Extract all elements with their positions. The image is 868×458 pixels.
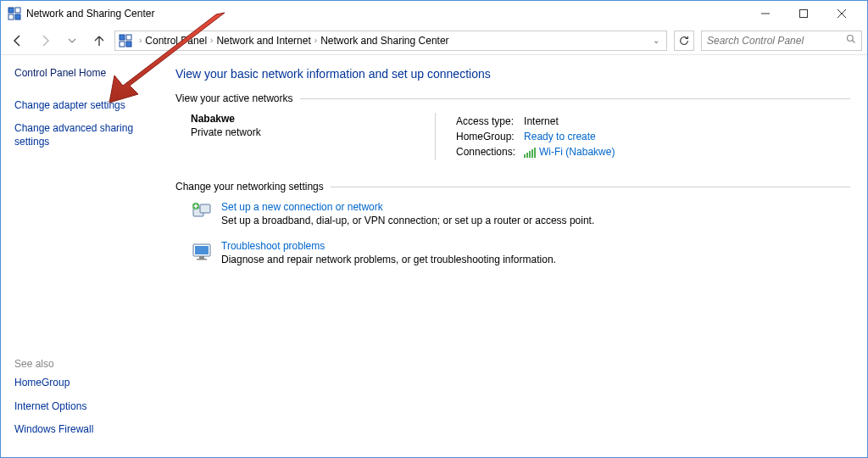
homegroup-link[interactable]: HomeGroup <box>14 377 157 390</box>
breadcrumb-item[interactable]: Control Panel <box>145 35 207 47</box>
network-details: Access type: Internet HomeGroup: Ready t… <box>451 113 620 160</box>
active-network-row: Nabakwe Private network Access type: Int… <box>191 113 850 160</box>
svg-rect-24 <box>199 256 204 259</box>
forward-button[interactable] <box>33 29 57 53</box>
svg-line-13 <box>853 41 855 43</box>
chevron-right-icon: › <box>139 36 142 45</box>
new-connection-link[interactable]: Set up a new connection or network <box>221 201 594 213</box>
refresh-button[interactable] <box>674 31 694 51</box>
connections-label: Connections: <box>453 145 519 159</box>
breadcrumb[interactable]: › Control Panel › Network and Internet ›… <box>114 31 667 51</box>
breadcrumb-item[interactable]: Network and Internet <box>216 35 310 47</box>
network-sharing-icon <box>119 34 132 47</box>
change-settings-label: Change your networking settings <box>175 181 324 193</box>
internet-options-link[interactable]: Internet Options <box>14 400 157 414</box>
svg-rect-16 <box>529 151 531 158</box>
new-connection-desc: Set up a broadband, dial-up, or VPN conn… <box>221 215 594 226</box>
wifi-icon <box>524 148 536 158</box>
back-button[interactable] <box>6 29 30 53</box>
chevron-right-icon: › <box>314 36 317 45</box>
svg-rect-1 <box>15 8 20 13</box>
troubleshoot-desc: Diagnose and repair network problems, or… <box>221 254 556 265</box>
divider <box>435 113 436 160</box>
svg-rect-2 <box>8 14 14 20</box>
svg-rect-15 <box>526 153 528 158</box>
svg-rect-18 <box>534 148 536 158</box>
connection-link[interactable]: Wi-Fi (Nabakwe) <box>539 146 615 158</box>
active-networks-label: View your active networks <box>175 92 293 104</box>
homegroup-link[interactable]: Ready to create <box>524 131 596 142</box>
divider <box>331 187 850 187</box>
svg-rect-8 <box>120 35 125 40</box>
new-connection-icon <box>191 201 213 223</box>
svg-rect-9 <box>126 35 131 40</box>
svg-point-12 <box>848 36 854 42</box>
search-icon <box>846 34 856 47</box>
active-networks-header: View your active networks <box>175 92 850 104</box>
control-panel-home-link[interactable]: Control Panel Home <box>14 67 157 81</box>
divider <box>300 98 850 99</box>
windows-firewall-link[interactable]: Windows Firewall <box>14 423 157 437</box>
troubleshoot-icon <box>191 240 213 262</box>
access-type-label: Access type: <box>453 114 519 128</box>
network-sharing-icon <box>8 7 21 20</box>
homegroup-label: HomeGroup: <box>453 130 519 143</box>
recent-dropdown[interactable] <box>60 29 84 53</box>
change-advanced-sharing-link[interactable]: Change advanced sharing settings <box>14 122 157 148</box>
svg-rect-25 <box>197 259 207 260</box>
body: Control Panel Home Change adapter settin… <box>1 55 867 458</box>
svg-rect-5 <box>799 10 807 18</box>
minimize-button[interactable] <box>746 1 784 26</box>
close-button[interactable] <box>822 1 860 26</box>
main-content: View your basic network information and … <box>170 55 867 458</box>
up-button[interactable] <box>87 29 111 53</box>
see-also-label: See also <box>14 358 157 370</box>
troubleshoot-link[interactable]: Troubleshoot problems <box>221 240 556 252</box>
svg-rect-0 <box>8 8 14 13</box>
network-type: Private network <box>191 126 420 138</box>
svg-rect-20 <box>200 204 210 213</box>
svg-rect-3 <box>15 14 20 20</box>
svg-rect-23 <box>195 246 209 254</box>
search-box[interactable] <box>701 31 862 51</box>
window-title: Network and Sharing Center <box>26 8 746 20</box>
search-input[interactable] <box>707 35 843 47</box>
nav-toolbar: › Control Panel › Network and Internet ›… <box>1 26 867 55</box>
settings-item-troubleshoot: Troubleshoot problems Diagnose and repai… <box>191 240 850 265</box>
window-controls <box>746 1 860 26</box>
settings-item-new-connection: Set up a new connection or network Set u… <box>191 201 850 226</box>
chevron-right-icon: › <box>210 36 213 45</box>
svg-rect-11 <box>126 42 131 47</box>
svg-rect-14 <box>524 154 526 158</box>
access-type-value: Internet <box>520 114 618 128</box>
change-settings-header: Change your networking settings <box>175 181 850 193</box>
svg-rect-17 <box>531 149 533 158</box>
titlebar: Network and Sharing Center <box>1 1 867 26</box>
change-adapter-settings-link[interactable]: Change adapter settings <box>14 99 157 113</box>
maximize-button[interactable] <box>784 1 822 26</box>
svg-rect-10 <box>120 42 125 47</box>
breadcrumb-dropdown-icon[interactable]: ⌄ <box>653 36 663 45</box>
page-heading: View your basic network information and … <box>175 67 850 81</box>
sidebar: Control Panel Home Change adapter settin… <box>1 55 170 458</box>
network-identity: Nabakwe Private network <box>191 113 420 138</box>
breadcrumb-item[interactable]: Network and Sharing Center <box>320 35 448 47</box>
network-name: Nabakwe <box>191 113 420 125</box>
